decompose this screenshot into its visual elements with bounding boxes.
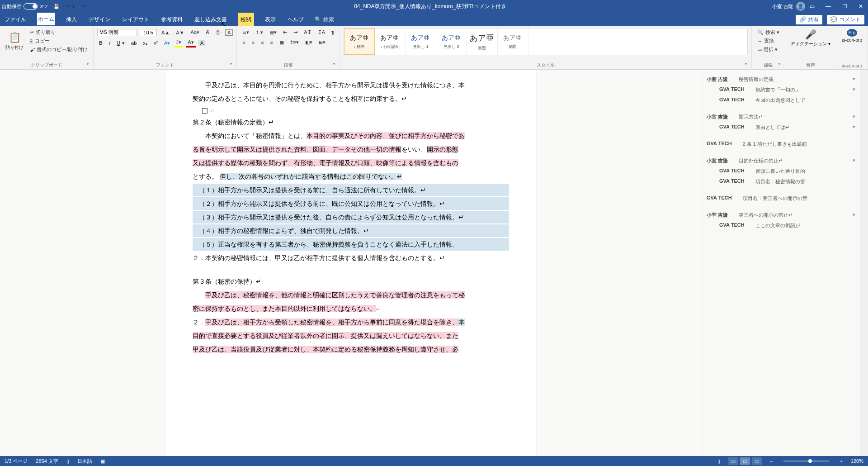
view-print-button[interactable]: ▭ — [740, 457, 750, 465]
minimize-button[interactable]: — — [823, 3, 834, 10]
text-effects-button[interactable]: A▾ — [162, 39, 172, 47]
distribute-button[interactable]: ▦ — [278, 38, 286, 46]
bold-button[interactable]: B — [97, 39, 104, 47]
highlight-button[interactable]: ℐ▾ — [175, 38, 183, 48]
replace-button[interactable]: ↔ 置換 — [755, 37, 781, 45]
status-proofing-icon[interactable]: ▯ — [66, 458, 69, 464]
dictation-button[interactable]: 🎤 ディクテーション ▾ — [789, 28, 832, 48]
chevron-down-icon[interactable]: ▾ — [853, 212, 855, 218]
align-center-button[interactable]: ≡ — [250, 39, 256, 46]
style-heading2[interactable]: あア亜見出し 2 — [436, 29, 467, 55]
style-heading1[interactable]: あア亜見出し 1 — [406, 29, 436, 55]
align-left-button[interactable]: ≡ — [241, 39, 247, 46]
status-macro-icon[interactable]: ▦ — [100, 458, 105, 464]
tab-mailings[interactable]: 差し込み文書 — [193, 13, 228, 26]
style-gallery[interactable]: あア亜↓ 標準 あア亜↓ 行間詰め あア亜見出し 1 あア亜見出し 2 あア亜表… — [344, 28, 748, 55]
comment-item[interactable]: GVA TECH項目名：第三者への開示の禁 — [707, 195, 855, 202]
style-subtitle[interactable]: あア亜副題 — [498, 29, 528, 55]
chevron-down-icon[interactable]: ▾ — [853, 157, 855, 163]
char-shading-button[interactable]: A — [198, 40, 205, 46]
change-case-button[interactable]: Aa▾ — [189, 29, 201, 36]
font-color-button[interactable]: A▾ — [186, 38, 195, 48]
display-settings-icon[interactable]: ▯ — [717, 458, 720, 464]
search-box[interactable]: 🔍 検索 — [315, 16, 334, 24]
save-icon[interactable]: 💾 — [52, 3, 61, 10]
style-normal[interactable]: あア亜↓ 標準 — [344, 29, 375, 55]
undo-icon[interactable]: ↶ ▾ — [65, 3, 77, 10]
decrease-indent-button[interactable]: ⇤ — [281, 29, 289, 36]
sort-button[interactable]: A↧ — [302, 29, 313, 36]
tab-file[interactable]: ファイル — [4, 13, 27, 26]
vertical-scrollbar[interactable] — [860, 70, 868, 456]
comment-item[interactable]: 小室 吉隆第三者への開示の禁止↵▾ — [707, 212, 855, 219]
status-page[interactable]: 1/3 ページ — [5, 458, 28, 465]
style-nospace[interactable]: あア亜↓ 行間詰め — [375, 29, 406, 55]
font-size-select[interactable] — [140, 29, 157, 36]
comments-pane[interactable]: 小室 吉隆秘密情報の定義▾GVA TECH契約書で「一切の」▾GVA TECH今… — [702, 70, 860, 456]
comment-item[interactable]: GVA TECH2 条 1 項ただし書きも出題範 — [707, 141, 855, 147]
underline-button[interactable]: U▾ — [115, 39, 127, 47]
document-scroll[interactable]: 甲及び乙は、本目的を円滑に行うために、相手方から開示又は提供を受けた情報につき、… — [0, 70, 702, 456]
grow-font-button[interactable]: A▲ — [160, 29, 171, 36]
checkbox-icon[interactable] — [202, 108, 208, 114]
comment-item[interactable]: 小室 吉隆開示方法↵▾ — [707, 114, 855, 120]
tab-review[interactable]: 校閲 — [238, 13, 254, 26]
tab-view[interactable]: 表示 — [264, 13, 277, 26]
zoom-in-button[interactable]: + — [840, 458, 842, 464]
increase-indent-button[interactable]: ⇥ — [292, 29, 299, 36]
status-language[interactable]: 日本語 — [77, 458, 92, 465]
maximize-button[interactable]: ☐ — [839, 3, 850, 10]
select-button[interactable]: ▭ 選択 ▾ — [755, 45, 781, 54]
bullets-button[interactable]: ≣▾ — [241, 29, 251, 36]
document-page[interactable]: 甲及び乙は、本目的を円滑に行うために、相手方から開示又は提供を受けた情報につき、… — [165, 70, 536, 456]
shrink-font-button[interactable]: A▼ — [174, 29, 186, 36]
paste-button[interactable]: 📋 貼り付け — [4, 31, 25, 52]
comment-item[interactable]: GVA TECH理由としては↵▾ — [707, 124, 855, 131]
comments-button[interactable]: 💬 コメント — [827, 15, 864, 24]
tab-insert[interactable]: 挿入 — [65, 13, 78, 26]
align-right-button[interactable]: ≡ — [259, 39, 265, 46]
tab-home[interactable]: ホーム — [37, 13, 55, 26]
superscript-button[interactable]: x² — [152, 39, 160, 47]
borders-button[interactable]: ⊞▾ — [317, 38, 327, 46]
format-painter-button[interactable]: 🖌書式のコピー/貼り付け — [28, 45, 90, 54]
view-read-button[interactable]: ▭ — [728, 457, 738, 465]
view-web-button[interactable]: ▭ — [752, 457, 762, 465]
italic-button[interactable]: I — [107, 39, 112, 47]
user-account[interactable]: 小室 吉隆 👤 — [772, 2, 805, 11]
sort2-button[interactable]: ↧A — [316, 29, 327, 36]
comment-item[interactable]: GVA TECH項目名：秘密情報の管 — [707, 178, 855, 185]
share-button[interactable]: 🔗 共有 — [796, 15, 822, 24]
autosave-toggle[interactable]: 自動保存 オフ — [2, 3, 48, 10]
chevron-down-icon[interactable]: ▾ — [853, 114, 855, 119]
comment-item[interactable]: GVA TECH冒頭に書いた通り目的 — [707, 168, 855, 175]
aicon-button[interactable]: Pro ai-con-pro — [840, 28, 864, 43]
clear-format-button[interactable]: A̸ — [204, 29, 211, 36]
ribbon-display-options-icon[interactable]: ▭ — [810, 3, 815, 10]
line-spacing-button[interactable]: ‡≡▾ — [288, 38, 301, 46]
chevron-down-icon[interactable]: ▾ — [853, 124, 855, 130]
close-button[interactable]: ✕ — [855, 3, 866, 10]
chevron-down-icon[interactable]: ▾ — [853, 86, 855, 92]
comment-item[interactable]: GVA TECH今回の出題意図としで — [707, 97, 855, 104]
comment-item[interactable]: GVA TECH契約書で「一切の」▾ — [707, 86, 855, 93]
tab-help[interactable]: ヘルプ — [287, 13, 305, 26]
comment-item[interactable]: 小室 吉隆秘密情報の定義▾ — [707, 76, 855, 83]
redo-icon[interactable]: ↷ — [80, 3, 88, 10]
subscript-button[interactable]: x₂ — [141, 39, 149, 47]
copy-button[interactable]: ⎘コピー — [28, 37, 90, 45]
zoom-slider[interactable] — [783, 461, 829, 461]
find-button[interactable]: 🔍 検索 ▾ — [755, 28, 781, 37]
tab-design[interactable]: デザイン — [88, 13, 111, 26]
font-name-select[interactable] — [97, 29, 137, 36]
enclose-char-button[interactable]: A — [225, 29, 233, 36]
zoom-value[interactable]: 120% — [851, 458, 863, 464]
numbering-button[interactable]: ⒈▾ — [254, 28, 265, 37]
status-words[interactable]: 2854 文字 — [36, 458, 58, 465]
phonetic-guide-button[interactable]: ㋐ — [214, 28, 222, 37]
comment-item[interactable]: 小室 吉隆目的外仕様の禁止↵▾ — [707, 157, 855, 164]
style-title[interactable]: あア亜表題 — [467, 29, 498, 55]
show-marks-button[interactable]: ¶ — [330, 29, 336, 36]
shading-button[interactable]: ◧▾ — [303, 38, 314, 46]
tab-layout[interactable]: レイアウト — [121, 13, 150, 26]
